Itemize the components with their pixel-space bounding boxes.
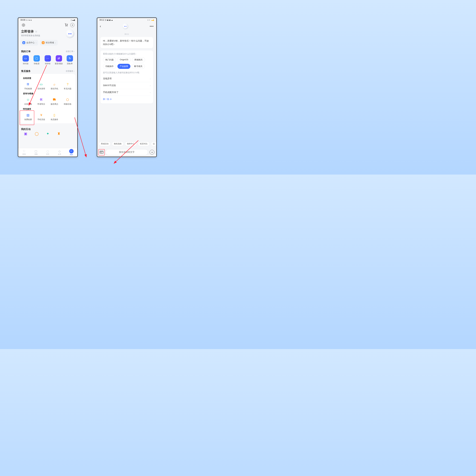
bot-avatar[interactable] <box>66 29 74 38</box>
nav-shop[interactable]: ▢选购 <box>30 148 42 157</box>
sugg-mall-activity[interactable]: 商城活动 <box>99 141 111 146</box>
apply-aftersale[interactable]: 🛠申请售后 <box>34 96 48 107</box>
interact-row: ▣ ◯ ✦ ♜ <box>18 131 77 139</box>
suggestion-scroll[interactable]: 商城活动 购机指南 领券中心 机型对比 以 <box>97 140 156 147</box>
member-center-pill[interactable]: ◆会员中心› <box>20 40 38 46</box>
chevron-right-icon: › <box>150 91 151 94</box>
status-sim-icon: ▯ <box>71 19 72 21</box>
bag-icon: ▢ <box>34 150 37 153</box>
diamond-icon: ◇ <box>58 150 61 153</box>
points-mall-pill[interactable]: ★积分商城› <box>40 40 58 46</box>
login-title[interactable]: 立即登录› <box>21 29 40 34</box>
phone-check[interactable]: ⛨手机检测 <box>21 81 34 91</box>
chip-originos[interactable]: OriginOS <box>118 57 131 62</box>
top-toolbar: ≡ <box>18 21 77 29</box>
sugg-more[interactable]: 以 <box>151 141 156 146</box>
order-pending-receive[interactable]: ▢待收货 <box>31 55 42 65</box>
order-pending-review[interactable]: ⋯待评价 <box>42 55 53 65</box>
chip-product-fault[interactable]: 产品故障 <box>118 64 130 69</box>
status-icons-right: ▯ ᯤ <box>148 19 151 21</box>
chip-account[interactable]: 帐号相关 <box>132 64 145 69</box>
free-data[interactable]: ▯免流服务 <box>48 111 61 122</box>
nav-mine[interactable]: ••我的 <box>66 148 77 157</box>
recharge[interactable]: ￥手机充值 <box>34 111 48 122</box>
message-time: 09:11 <box>97 33 156 35</box>
back-icon[interactable]: ‹ <box>100 24 101 28</box>
cart-icon[interactable] <box>64 23 68 27</box>
online-support[interactable]: ☺在线客服 <box>21 96 34 107</box>
diamond-icon: ◆ <box>22 41 25 44</box>
wrench-icon: 🛠 <box>39 97 44 102</box>
refresh-questions[interactable]: 换一批⟳ <box>103 98 112 101</box>
find-phone[interactable]: ⌕查找手机 <box>48 81 61 91</box>
phone-my-page: 09:09 ⎋ ◔ ▣ ▣ ▯ ▬▮ ≡ 立即登录› 登录享受更多会员权益 ◆会… <box>18 17 78 157</box>
interact-3[interactable]: ✦ <box>42 132 53 136</box>
svg-point-3 <box>67 26 68 26</box>
orders-header: 我的订单 全部订单 › <box>18 48 77 54</box>
bot-avatar[interactable] <box>122 23 128 29</box>
svg-marker-0 <box>22 24 25 27</box>
repair-price[interactable]: ⬡维修价格 <box>61 96 74 107</box>
login-row: 立即登录› 登录享受更多会员权益 <box>18 29 77 40</box>
chat-icon: ◌ <box>47 150 49 153</box>
group-special: 特色服务 <box>21 107 74 111</box>
chevron-right-icon: › <box>36 42 36 44</box>
more-icon[interactable]: ••• <box>150 25 154 28</box>
svg-point-14 <box>101 152 102 152</box>
order-recycle[interactable]: ↻回收单 <box>64 55 75 65</box>
orders-row: ▭待付款 ▢待收货 ⋯待评价 ⇄退货/退款 ↻回收单 <box>18 54 77 68</box>
order-refund[interactable]: ⇄退货/退款 <box>53 55 64 65</box>
status-time: 09:09 <box>20 19 25 21</box>
settings-hex-icon[interactable] <box>21 23 26 27</box>
svg-point-2 <box>66 26 66 26</box>
order-pending-payment[interactable]: ▭待付款 <box>20 55 31 65</box>
service-more[interactable]: 全部服务 › <box>66 70 74 72</box>
interact-4[interactable]: ♜ <box>53 132 64 136</box>
question-broken[interactable]: 手机或配件坏了› <box>103 89 151 96</box>
chip-function[interactable]: 功能操作 <box>103 64 116 69</box>
interact-2[interactable]: ◯ <box>31 132 42 136</box>
service-point[interactable]: ⛟服务网点 <box>48 96 61 107</box>
chip-hot[interactable]: 热门问题 <box>103 57 116 62</box>
chip-mall[interactable]: 商城相关 <box>132 57 145 62</box>
status-bar: 09:09 ⎋ ◔ ▣ ▣ ▯ ▬▮ <box>18 18 77 21</box>
svg-rect-12 <box>100 151 103 153</box>
svg-point-8 <box>71 34 71 34</box>
free-film[interactable]: ▨免费贴膜 <box>21 111 34 122</box>
svg-point-13 <box>101 152 101 152</box>
plus-icon[interactable]: ＋ <box>150 150 154 154</box>
question-sim[interactable]: SIM卡不识别› <box>103 82 151 89</box>
card-hint2: 您可以直接输入关键词或像这样问小V哦 <box>103 71 151 74</box>
interact-header: 我的互动 <box>18 125 77 131</box>
sugg-buy-guide[interactable]: 购机指南 <box>112 141 124 146</box>
questions-card: 看看全能的小V都能解决什么问题吧~ 热门问题 OriginOS 商城相关 功能操… <box>101 51 153 103</box>
nav-featured[interactable]: ♡精选 <box>18 148 30 157</box>
interact-1[interactable]: ▣ <box>20 132 31 136</box>
headset-icon: ☺ <box>26 97 31 102</box>
space-clean[interactable]: ▭空间清理 <box>34 81 48 91</box>
interact-empty <box>64 132 75 136</box>
bottom-nav: ♡精选 ▢选购 ◌社区 ◇会员 ••我的 <box>18 148 77 157</box>
svg-point-15 <box>102 152 102 152</box>
input-bar: 按住说话转文字 ＋ <box>97 148 156 157</box>
svg-point-10 <box>124 26 125 27</box>
interact-title: 我的互动 <box>21 128 31 131</box>
faq[interactable]: ？常见问题 <box>61 81 74 91</box>
nav-community[interactable]: ◌社区 <box>42 148 54 157</box>
refresh-icon: ↻ <box>67 55 73 62</box>
sugg-coupon[interactable]: 领券中心 <box>125 141 136 146</box>
voice-input-button[interactable]: 按住说话转文字 <box>105 149 148 155</box>
status-icons-left: ◔ ▣ ▣ ☁ <box>105 19 113 21</box>
orders-more[interactable]: 全部订单 › <box>66 50 74 53</box>
keyboard-icon[interactable] <box>99 150 104 154</box>
message-icon[interactable]: ≡ <box>70 23 74 27</box>
status-bar: 09:12 ◔ ▣ ▣ ☁ ▯ ᯤ ▬▮ <box>97 18 156 21</box>
question-charge[interactable]: 充电异常› <box>103 75 151 82</box>
shield-icon: ⛨ <box>26 82 31 87</box>
nav-member[interactable]: ◇会员 <box>54 148 65 157</box>
sugg-compare[interactable]: 机型对比 <box>138 141 150 146</box>
question-icon: ？ <box>65 82 70 87</box>
greeting-bubble: Hi，亲爱的V粉，新年快乐！有什么问题，不妨问问小V吧~ <box>101 37 153 48</box>
chevron-right-icon: › <box>55 42 56 44</box>
truck-icon: ⛟ <box>52 97 57 102</box>
